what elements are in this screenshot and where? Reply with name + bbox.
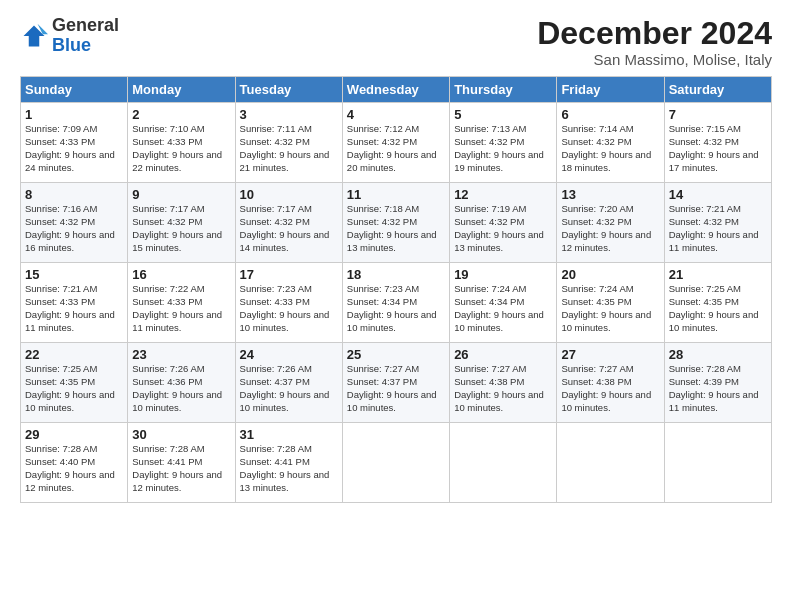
day-number: 19 xyxy=(454,267,552,282)
table-cell: 22Sunrise: 7:25 AMSunset: 4:35 PMDayligh… xyxy=(21,343,128,423)
table-cell: 31Sunrise: 7:28 AMSunset: 4:41 PMDayligh… xyxy=(235,423,342,503)
day-info: Sunrise: 7:19 AMSunset: 4:32 PMDaylight:… xyxy=(454,203,544,252)
col-thursday: Thursday xyxy=(450,77,557,103)
table-cell: 19Sunrise: 7:24 AMSunset: 4:34 PMDayligh… xyxy=(450,263,557,343)
day-info: Sunrise: 7:27 AMSunset: 4:38 PMDaylight:… xyxy=(454,363,544,412)
table-cell: 18Sunrise: 7:23 AMSunset: 4:34 PMDayligh… xyxy=(342,263,449,343)
week-row-0: 1Sunrise: 7:09 AMSunset: 4:33 PMDaylight… xyxy=(21,103,772,183)
day-number: 23 xyxy=(132,347,230,362)
day-number: 9 xyxy=(132,187,230,202)
day-info: Sunrise: 7:09 AMSunset: 4:33 PMDaylight:… xyxy=(25,123,115,172)
day-number: 29 xyxy=(25,427,123,442)
day-number: 5 xyxy=(454,107,552,122)
title-block: December 2024 San Massimo, Molise, Italy xyxy=(537,16,772,68)
logo-icon xyxy=(20,22,48,50)
day-info: Sunrise: 7:21 AMSunset: 4:33 PMDaylight:… xyxy=(25,283,115,332)
day-info: Sunrise: 7:27 AMSunset: 4:37 PMDaylight:… xyxy=(347,363,437,412)
col-wednesday: Wednesday xyxy=(342,77,449,103)
col-friday: Friday xyxy=(557,77,664,103)
day-number: 22 xyxy=(25,347,123,362)
day-number: 8 xyxy=(25,187,123,202)
table-cell xyxy=(450,423,557,503)
day-number: 16 xyxy=(132,267,230,282)
day-info: Sunrise: 7:28 AMSunset: 4:39 PMDaylight:… xyxy=(669,363,759,412)
table-cell: 12Sunrise: 7:19 AMSunset: 4:32 PMDayligh… xyxy=(450,183,557,263)
logo-general: General xyxy=(52,16,119,36)
day-info: Sunrise: 7:23 AMSunset: 4:34 PMDaylight:… xyxy=(347,283,437,332)
day-info: Sunrise: 7:26 AMSunset: 4:37 PMDaylight:… xyxy=(240,363,330,412)
table-cell: 8Sunrise: 7:16 AMSunset: 4:32 PMDaylight… xyxy=(21,183,128,263)
day-number: 3 xyxy=(240,107,338,122)
day-info: Sunrise: 7:24 AMSunset: 4:34 PMDaylight:… xyxy=(454,283,544,332)
header-row: Sunday Monday Tuesday Wednesday Thursday… xyxy=(21,77,772,103)
col-monday: Monday xyxy=(128,77,235,103)
day-info: Sunrise: 7:10 AMSunset: 4:33 PMDaylight:… xyxy=(132,123,222,172)
day-number: 24 xyxy=(240,347,338,362)
header: General Blue December 2024 San Massimo, … xyxy=(20,16,772,68)
day-info: Sunrise: 7:25 AMSunset: 4:35 PMDaylight:… xyxy=(669,283,759,332)
day-info: Sunrise: 7:27 AMSunset: 4:38 PMDaylight:… xyxy=(561,363,651,412)
day-info: Sunrise: 7:12 AMSunset: 4:32 PMDaylight:… xyxy=(347,123,437,172)
table-cell: 2Sunrise: 7:10 AMSunset: 4:33 PMDaylight… xyxy=(128,103,235,183)
week-row-2: 15Sunrise: 7:21 AMSunset: 4:33 PMDayligh… xyxy=(21,263,772,343)
day-number: 26 xyxy=(454,347,552,362)
table-cell: 10Sunrise: 7:17 AMSunset: 4:32 PMDayligh… xyxy=(235,183,342,263)
day-info: Sunrise: 7:20 AMSunset: 4:32 PMDaylight:… xyxy=(561,203,651,252)
col-sunday: Sunday xyxy=(21,77,128,103)
day-info: Sunrise: 7:14 AMSunset: 4:32 PMDaylight:… xyxy=(561,123,651,172)
table-cell: 24Sunrise: 7:26 AMSunset: 4:37 PMDayligh… xyxy=(235,343,342,423)
day-info: Sunrise: 7:28 AMSunset: 4:40 PMDaylight:… xyxy=(25,443,115,492)
table-cell: 23Sunrise: 7:26 AMSunset: 4:36 PMDayligh… xyxy=(128,343,235,423)
table-cell: 25Sunrise: 7:27 AMSunset: 4:37 PMDayligh… xyxy=(342,343,449,423)
table-cell: 15Sunrise: 7:21 AMSunset: 4:33 PMDayligh… xyxy=(21,263,128,343)
table-cell: 1Sunrise: 7:09 AMSunset: 4:33 PMDaylight… xyxy=(21,103,128,183)
day-number: 12 xyxy=(454,187,552,202)
day-number: 4 xyxy=(347,107,445,122)
table-cell: 5Sunrise: 7:13 AMSunset: 4:32 PMDaylight… xyxy=(450,103,557,183)
day-info: Sunrise: 7:23 AMSunset: 4:33 PMDaylight:… xyxy=(240,283,330,332)
table-cell: 6Sunrise: 7:14 AMSunset: 4:32 PMDaylight… xyxy=(557,103,664,183)
calendar-table: Sunday Monday Tuesday Wednesday Thursday… xyxy=(20,76,772,503)
calendar-page: General Blue December 2024 San Massimo, … xyxy=(0,0,792,612)
table-cell: 27Sunrise: 7:27 AMSunset: 4:38 PMDayligh… xyxy=(557,343,664,423)
table-cell xyxy=(342,423,449,503)
table-cell: 3Sunrise: 7:11 AMSunset: 4:32 PMDaylight… xyxy=(235,103,342,183)
day-number: 21 xyxy=(669,267,767,282)
day-number: 27 xyxy=(561,347,659,362)
table-cell: 17Sunrise: 7:23 AMSunset: 4:33 PMDayligh… xyxy=(235,263,342,343)
day-info: Sunrise: 7:28 AMSunset: 4:41 PMDaylight:… xyxy=(132,443,222,492)
logo-blue: Blue xyxy=(52,36,119,56)
day-number: 28 xyxy=(669,347,767,362)
table-cell: 20Sunrise: 7:24 AMSunset: 4:35 PMDayligh… xyxy=(557,263,664,343)
day-number: 7 xyxy=(669,107,767,122)
day-number: 10 xyxy=(240,187,338,202)
day-number: 6 xyxy=(561,107,659,122)
day-number: 18 xyxy=(347,267,445,282)
day-info: Sunrise: 7:21 AMSunset: 4:32 PMDaylight:… xyxy=(669,203,759,252)
day-info: Sunrise: 7:16 AMSunset: 4:32 PMDaylight:… xyxy=(25,203,115,252)
col-saturday: Saturday xyxy=(664,77,771,103)
day-info: Sunrise: 7:24 AMSunset: 4:35 PMDaylight:… xyxy=(561,283,651,332)
day-info: Sunrise: 7:28 AMSunset: 4:41 PMDaylight:… xyxy=(240,443,330,492)
day-number: 11 xyxy=(347,187,445,202)
week-row-3: 22Sunrise: 7:25 AMSunset: 4:35 PMDayligh… xyxy=(21,343,772,423)
table-cell: 26Sunrise: 7:27 AMSunset: 4:38 PMDayligh… xyxy=(450,343,557,423)
table-cell: 14Sunrise: 7:21 AMSunset: 4:32 PMDayligh… xyxy=(664,183,771,263)
table-cell: 13Sunrise: 7:20 AMSunset: 4:32 PMDayligh… xyxy=(557,183,664,263)
table-cell: 11Sunrise: 7:18 AMSunset: 4:32 PMDayligh… xyxy=(342,183,449,263)
day-info: Sunrise: 7:22 AMSunset: 4:33 PMDaylight:… xyxy=(132,283,222,332)
table-cell: 21Sunrise: 7:25 AMSunset: 4:35 PMDayligh… xyxy=(664,263,771,343)
table-cell: 30Sunrise: 7:28 AMSunset: 4:41 PMDayligh… xyxy=(128,423,235,503)
table-cell: 4Sunrise: 7:12 AMSunset: 4:32 PMDaylight… xyxy=(342,103,449,183)
day-number: 25 xyxy=(347,347,445,362)
col-tuesday: Tuesday xyxy=(235,77,342,103)
day-info: Sunrise: 7:11 AMSunset: 4:32 PMDaylight:… xyxy=(240,123,330,172)
week-row-4: 29Sunrise: 7:28 AMSunset: 4:40 PMDayligh… xyxy=(21,423,772,503)
day-info: Sunrise: 7:15 AMSunset: 4:32 PMDaylight:… xyxy=(669,123,759,172)
day-number: 15 xyxy=(25,267,123,282)
logo: General Blue xyxy=(20,16,119,56)
calendar-title: December 2024 xyxy=(537,16,772,51)
day-info: Sunrise: 7:17 AMSunset: 4:32 PMDaylight:… xyxy=(132,203,222,252)
table-cell: 28Sunrise: 7:28 AMSunset: 4:39 PMDayligh… xyxy=(664,343,771,423)
day-number: 30 xyxy=(132,427,230,442)
